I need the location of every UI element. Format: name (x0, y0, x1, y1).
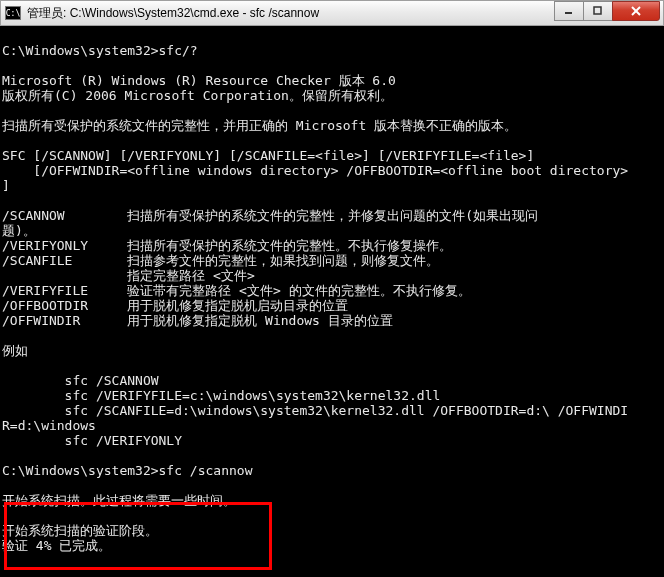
option-desc: 用于脱机修复指定脱机启动目录的位置 (127, 298, 348, 313)
option-key: /SCANNOW (2, 208, 65, 223)
prompt-line: C:\Windows\system32>sfc /scannow (2, 463, 252, 478)
close-button[interactable] (612, 1, 660, 21)
example-line: R=d:\windows (2, 418, 96, 433)
output-line: Microsoft (R) Windows (R) Resource Check… (2, 73, 396, 88)
output-line: 版权所有(C) 2006 Microsoft Corporation。保留所有权… (2, 88, 393, 103)
scan-progress-line: 验证 4% 已完成。 (2, 538, 111, 553)
titlebar: C:\ 管理员: C:\Windows\System32\cmd.exe - s… (0, 0, 664, 26)
option-desc: 验证带有完整路径 <文件> 的文件的完整性。不执行修复。 (127, 283, 470, 298)
output-line: ] (2, 178, 10, 193)
option-desc: 指定完整路径 <文件> (127, 268, 254, 283)
prompt-line: C:\Windows\system32>sfc/? (2, 43, 198, 58)
option-desc: 扫描所有受保护的系统文件的完整性。不执行修复操作。 (127, 238, 452, 253)
scan-line: 开始系统扫描的验证阶段。 (2, 523, 158, 538)
output-line: [/OFFWINDIR=<offline windows directory> … (2, 163, 628, 178)
output-line: 扫描所有受保护的系统文件的完整性，并用正确的 Microsoft 版本替换不正确… (2, 118, 517, 133)
option-desc: 题)。 (2, 223, 36, 238)
maximize-button[interactable] (583, 1, 613, 21)
window-title: 管理员: C:\Windows\System32\cmd.exe - sfc /… (27, 5, 319, 22)
option-desc: 扫描所有受保护的系统文件的完整性，并修复出问题的文件(如果出现问 (127, 208, 538, 223)
example-line: sfc /VERIFYONLY (2, 433, 182, 448)
option-desc: 扫描参考文件的完整性，如果找到问题，则修复文件。 (127, 253, 439, 268)
example-line: sfc /SCANNOW (2, 373, 159, 388)
option-key: /SCANFILE (2, 253, 72, 268)
minimize-button[interactable] (554, 1, 584, 21)
terminal-output[interactable]: C:\Windows\system32>sfc/? Microsoft (R) … (0, 26, 664, 577)
option-key: /VERIFYONLY (2, 238, 88, 253)
example-line: sfc /SCANFILE=d:\windows\system32\kernel… (2, 403, 628, 418)
cmd-icon: C:\ (5, 6, 21, 20)
window-controls (555, 1, 660, 21)
example-label: 例如 (2, 343, 28, 358)
example-line: sfc /VERIFYFILE=c:\windows\system32\kern… (2, 388, 440, 403)
option-desc: 用于脱机修复指定脱机 Windows 目录的位置 (127, 313, 392, 328)
option-key: /VERIFYFILE (2, 283, 88, 298)
svg-rect-1 (594, 7, 601, 14)
option-key: /OFFBOOTDIR (2, 298, 88, 313)
scan-line: 开始系统扫描。此过程将需要一些时间。 (2, 493, 236, 508)
option-key: /OFFWINDIR (2, 313, 80, 328)
output-line: SFC [/SCANNOW] [/VERIFYONLY] [/SCANFILE=… (2, 148, 534, 163)
